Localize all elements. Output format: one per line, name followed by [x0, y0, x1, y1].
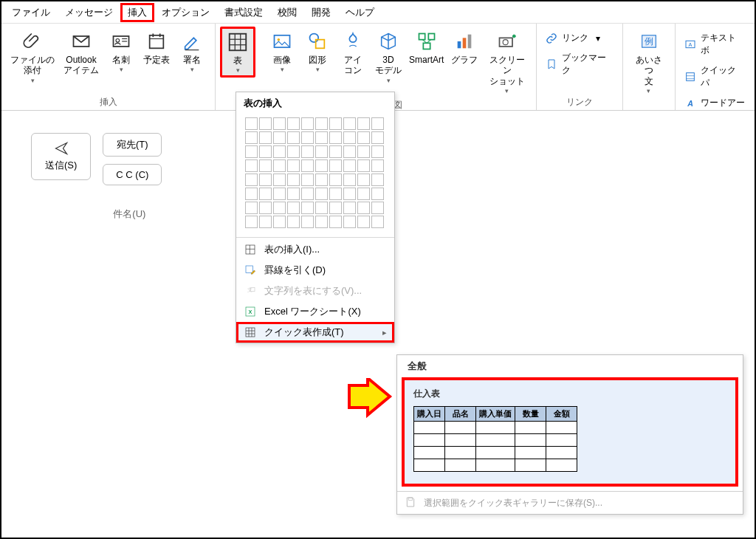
3d-model-button[interactable]: 3D モデル ▾ [371, 27, 406, 87]
table-button[interactable]: 表 ▾ [220, 27, 255, 78]
link-icon [546, 32, 557, 44]
insert-table-menuitem[interactable]: 表の挿入(I)... [236, 239, 394, 260]
wordart-icon: A [684, 97, 696, 109]
menubar: ファイル メッセージ 挿入 オプション 書式設定 校閲 開発 ヘルプ [1, 1, 755, 24]
link-label: リンク [562, 32, 588, 44]
bookmark-button[interactable]: ブックマーク [541, 49, 617, 79]
draw-table-menuitem[interactable]: 罫線を引く(D) [236, 260, 394, 281]
insert-table-label: 表の挿入(I)... [264, 243, 320, 256]
svg-rect-5 [150, 35, 164, 49]
svg-rect-21 [423, 43, 430, 49]
attach-file-label: ファイルの 添付 [10, 55, 55, 76]
preview-table: 購入日品名購入単価数量金額 [413, 406, 577, 472]
svg-point-17 [310, 34, 319, 43]
table-dropdown-panel: 表の挿入 表の挿入(I)... 罫線を引く(D) 文 文字列を表にする(V)..… [236, 92, 395, 343]
link-button[interactable]: リンク ▾ [541, 30, 605, 47]
svg-text:例: 例 [645, 36, 653, 46]
textbox-label: テキスト ボ [701, 32, 746, 57]
svg-point-28 [503, 40, 508, 45]
quick-tables-flyout: 全般 仕入表 購入日品名購入単価数量金額 選択範囲をクイック表ギャラリーに保存(… [396, 354, 743, 515]
paperclip-icon [21, 30, 44, 53]
icons-button[interactable]: アイ コン [335, 27, 371, 79]
to-button[interactable]: 宛先(T) [103, 133, 162, 157]
bookmark-icon [546, 58, 557, 70]
chevron-down-icon: ▾ [316, 66, 320, 73]
screenshot-label: スクリーン ショット [487, 55, 527, 86]
svg-rect-25 [463, 38, 467, 48]
svg-text:X: X [249, 309, 252, 315]
svg-rect-37 [246, 245, 255, 254]
ribbon-group-insert-label: 挿入 [6, 95, 210, 110]
attach-file-button[interactable]: ファイルの 添付 ▾ [6, 27, 59, 87]
svg-marker-50 [349, 378, 390, 415]
signature-icon [180, 30, 204, 53]
table-grid-picker[interactable] [236, 113, 394, 236]
send-label: 送信(S) [45, 159, 77, 172]
envelope-icon [69, 30, 93, 53]
chevron-down-icon: ▾ [647, 87, 650, 95]
shapes-button[interactable]: 図形 ▾ [300, 27, 335, 76]
ribbon-group-insert: ファイルの 添付 ▾ Outlook アイテム 名刺 ▾ 予定表 署名 ▾ [1, 24, 216, 110]
shapes-label: 図形 [309, 55, 326, 65]
chart-button[interactable]: グラフ [447, 27, 482, 68]
menu-options[interactable]: オプション [154, 3, 217, 22]
menu-message[interactable]: メッセージ [58, 3, 120, 22]
icons-icon [341, 30, 365, 53]
outlook-item-button[interactable]: Outlook アイテム [59, 27, 103, 79]
quick-tables-menuitem[interactable]: クイック表作成(T) ▸ [236, 322, 394, 343]
menu-format[interactable]: 書式設定 [217, 3, 270, 22]
picture-button[interactable]: 画像 ▾ [264, 27, 300, 76]
table-panel-title: 表の挿入 [236, 92, 394, 113]
textbox-icon: A [684, 38, 696, 50]
chevron-down-icon: ▾ [236, 66, 240, 74]
svg-rect-27 [499, 38, 512, 47]
textbox-button[interactable]: A テキスト ボ [680, 30, 750, 59]
svg-text:文: 文 [247, 287, 252, 292]
business-card-label: 名刺 [112, 55, 130, 65]
draw-table-label: 罫線を引く(D) [264, 264, 326, 277]
ribbon-group-greeting-label [628, 97, 671, 111]
business-card-button[interactable]: 名刺 ▾ [103, 27, 139, 76]
menu-insert[interactable]: 挿入 [120, 3, 154, 22]
smartart-button[interactable]: SmartArt [406, 27, 447, 68]
greeting-label: あいさつ 文 [632, 55, 667, 86]
quick-table-preview[interactable]: 仕入表 購入日品名購入単価数量金額 [402, 377, 738, 487]
svg-rect-26 [468, 35, 472, 49]
signature-label: 署名 [183, 55, 201, 65]
screenshot-button[interactable]: スクリーン ショット ▾ [482, 27, 532, 97]
cc-button[interactable]: C C (C) [103, 164, 162, 185]
send-button[interactable]: 送信(S) [31, 133, 91, 180]
subject-label: 件名(U) [103, 207, 162, 221]
menu-developer[interactable]: 開発 [304, 3, 338, 22]
wordart-button[interactable]: A ワードアー [680, 95, 749, 111]
signature-button[interactable]: 署名 ▾ [174, 27, 210, 76]
svg-rect-10 [230, 34, 247, 51]
table-grid-icon [244, 243, 257, 256]
menu-file[interactable]: ファイル [4, 3, 58, 22]
chevron-right-icon: ▸ [382, 328, 387, 337]
greeting-button[interactable]: 例 あいさつ 文 ▾ [628, 27, 671, 97]
svg-rect-19 [419, 34, 425, 40]
excel-worksheet-menuitem[interactable]: X Excel ワークシート(X) [236, 301, 394, 322]
svg-point-2 [116, 39, 120, 43]
svg-text:A: A [687, 99, 693, 108]
svg-rect-20 [428, 34, 434, 40]
calendar-button[interactable]: 予定表 [139, 27, 174, 68]
card-icon [109, 30, 133, 53]
pencil-grid-icon [244, 264, 257, 277]
ribbon-group-links: リンク ▾ ブックマーク リンク [537, 24, 622, 110]
convert-text-label: 文字列を表にする(V)... [264, 284, 362, 298]
calendar-icon [145, 30, 168, 53]
send-icon [52, 141, 71, 156]
svg-rect-40 [246, 266, 252, 272]
chart-icon [453, 30, 476, 53]
table-grid-icon [226, 30, 250, 54]
menu-help[interactable]: ヘルプ [338, 3, 382, 22]
icons-label: アイ コン [344, 55, 362, 76]
svg-rect-33 [687, 73, 695, 81]
convert-icon: 文 [244, 284, 257, 298]
save-selection-menuitem: 選択範囲をクイック表ギャラリーに保存(S)... [397, 492, 743, 514]
chevron-down-icon: ▾ [120, 66, 123, 73]
quickparts-button[interactable]: クイック パ [680, 62, 750, 92]
menu-review[interactable]: 校閲 [270, 3, 304, 22]
